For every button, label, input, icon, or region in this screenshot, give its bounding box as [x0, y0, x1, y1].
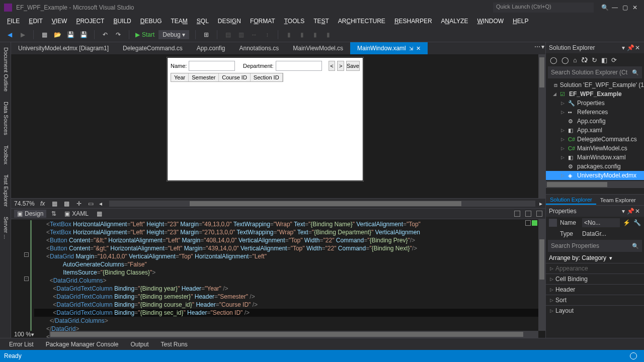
menu-view[interactable]: VIEW [48, 17, 71, 26]
start-debug-button[interactable]: ▶ Start [135, 31, 154, 38]
tab-delegatecommand[interactable]: DelegateCommand.cs [116, 42, 190, 54]
tree-universitymodel[interactable]: ▷◈UniversityModel.edmx [546, 171, 644, 180]
fold-icon[interactable]: − [24, 252, 29, 257]
tree-hscroll[interactable] [546, 181, 644, 188]
tree-properties[interactable]: ▷🔧Properties [546, 99, 644, 108]
menu-team[interactable]: TEAM [167, 17, 191, 26]
panel-close-icon[interactable]: ✕ [634, 44, 641, 51]
quick-launch-input[interactable]: Quick Launch (Ctrl+Q) [493, 3, 594, 13]
track-changes-icon[interactable] [525, 220, 531, 226]
grid-icon[interactable]: ▦ [51, 200, 59, 208]
wrench-icon[interactable] [549, 219, 557, 227]
tab-test-runs[interactable]: Test Runs [155, 340, 192, 349]
maximize-icon[interactable]: ▢ [620, 4, 630, 11]
tree-appxaml[interactable]: ▷◧App.xaml [546, 126, 644, 135]
rail-document-outline[interactable]: Document Outline [0, 42, 11, 97]
tab-package-manager[interactable]: Package Manager Console [41, 340, 124, 349]
menu-architecture[interactable]: ARCHITECTURE [334, 17, 389, 26]
panel-pin-icon[interactable]: 📌 [627, 44, 634, 51]
menu-test[interactable]: TEST [309, 17, 333, 26]
menu-resharper[interactable]: RESHARPER [390, 17, 436, 26]
xaml-designer[interactable]: Name: Department: < > Save Year Semester… [11, 54, 545, 198]
close-icon[interactable]: ✕ [630, 4, 640, 11]
save-button[interactable]: Save [346, 61, 360, 71]
split-vert-icon[interactable] [514, 211, 520, 217]
col-sectionid[interactable]: Section ID [251, 73, 283, 81]
config-dropdown[interactable]: Debug ▾ [158, 30, 189, 39]
xaml-pane-button[interactable]: ▣ XAML [61, 210, 92, 218]
scroll-right-icon[interactable]: ▸ [539, 200, 542, 207]
toggle-icon[interactable]: ▭ [87, 200, 95, 208]
se-refresh-icon[interactable]: ↻ [592, 56, 597, 64]
menu-design[interactable]: DESIGN [214, 17, 245, 26]
tab-mainwindow[interactable]: MainWindow.xaml⇲✕ [350, 42, 428, 54]
tree-project[interactable]: ◢☑EF_WPF_Example [546, 89, 644, 99]
props-search-input[interactable]: Search Properties🔍 [548, 240, 642, 252]
prop-name-value[interactable]: <No... [582, 218, 620, 227]
order3-icon[interactable]: ▮ [310, 30, 319, 39]
nav-back-icon[interactable]: ◀ [5, 30, 14, 39]
tab-close-icon[interactable]: ✕ [416, 45, 421, 52]
menu-project[interactable]: PROJECT [72, 17, 108, 26]
menu-analyze[interactable]: ANALYZE [437, 17, 472, 26]
wrench2-icon[interactable]: 🔧 [633, 219, 641, 226]
se-fwd-icon[interactable]: ◯ [561, 56, 569, 64]
datagrid-header[interactable]: Year Semester Course ID Section ID [171, 73, 283, 82]
save-all-icon[interactable]: 💾 [79, 30, 88, 39]
subtab-solution-explorer[interactable]: Solution Explorer [546, 196, 596, 205]
fx-icon[interactable]: fx [39, 200, 47, 208]
tab-annotations[interactable]: Annotations.cs [232, 42, 286, 54]
tabs-dropdown-icon[interactable]: ▾ [541, 43, 544, 50]
code-zoom[interactable]: 100 % ▾ [14, 331, 34, 338]
menu-window[interactable]: WINDOW [473, 17, 508, 26]
order-icon[interactable]: ▮ [284, 30, 293, 39]
tree-solution[interactable]: ⧈Solution 'EF_WPF_Example' (1 [546, 80, 644, 89]
scroll-left-icon[interactable]: ◂ [99, 200, 102, 207]
minimize-icon[interactable]: — [610, 4, 620, 11]
design-pane-button[interactable]: ▣ Design [14, 210, 46, 218]
col-semester[interactable]: Semester [189, 73, 219, 81]
tab-mainviewmodel[interactable]: MainViewModel.cs [286, 42, 350, 54]
events-icon[interactable]: ⚡ [623, 219, 630, 226]
se-search-input[interactable]: Search Solution Explorer (Ct🔍 [548, 66, 642, 78]
feedback-icon[interactable] [630, 352, 637, 359]
tabs-overflow-icon[interactable]: ⋯ [534, 43, 540, 50]
redo-icon[interactable]: ↷ [114, 30, 123, 39]
align3-icon[interactable]: ↔ [250, 30, 259, 39]
cat-header[interactable]: ▷Header [546, 284, 644, 295]
tree-mainviewmodel[interactable]: ▷C#MainViewModel.cs [546, 144, 644, 153]
align2-icon[interactable]: ▥ [236, 30, 246, 39]
tree-packages[interactable]: ⚙packages.config [546, 162, 644, 171]
undo-icon[interactable]: ↶ [101, 30, 110, 39]
props-pin-icon[interactable]: 📌 [627, 208, 634, 215]
order4-icon[interactable]: ▮ [324, 30, 333, 39]
cat-cellbinding[interactable]: ▷Cell Binding [546, 274, 644, 284]
next-button[interactable]: > [337, 61, 344, 71]
align-icon[interactable]: ▤ [223, 30, 232, 39]
arrange-by[interactable]: Arrange by: Category ▾ [546, 253, 644, 263]
se-collapse-icon[interactable]: ◧ [601, 56, 607, 64]
fold-icon[interactable]: − [24, 277, 29, 281]
save-icon[interactable]: 💾 [66, 30, 75, 39]
tree-mainwindow[interactable]: ▷◧MainWindow.xaml [546, 153, 644, 162]
tree-delegatecommand[interactable]: ▷C#DelegateCommand.cs [546, 135, 644, 144]
prev-button[interactable]: < [329, 61, 336, 71]
order2-icon[interactable]: ▮ [297, 30, 306, 39]
props-close-icon[interactable]: ✕ [634, 208, 641, 215]
zoom-value[interactable]: 74.57% [14, 200, 35, 207]
solution-tree[interactable]: ⧈Solution 'EF_WPF_Example' (1 ◢☑EF_WPF_E… [546, 80, 644, 194]
menu-build[interactable]: BUILD [109, 17, 135, 26]
search-icon[interactable]: 🔍 [600, 4, 610, 11]
code-vscroll[interactable] [538, 219, 545, 331]
menu-edit[interactable]: EDIT [25, 17, 46, 26]
tab-output[interactable]: Output [125, 340, 153, 349]
se-sync-icon[interactable]: 🗘 [581, 56, 588, 64]
new-project-icon[interactable]: ▦ [40, 30, 49, 39]
department-input[interactable] [276, 61, 322, 71]
collapse-pane-icon[interactable] [536, 211, 542, 217]
align4-icon[interactable]: ↕ [263, 30, 272, 39]
rail-test-explorer[interactable]: Test Explorer [0, 169, 11, 212]
name-input[interactable] [189, 61, 235, 71]
designer-hscroll[interactable] [109, 201, 535, 207]
pin-icon[interactable]: ⇲ [409, 46, 413, 51]
